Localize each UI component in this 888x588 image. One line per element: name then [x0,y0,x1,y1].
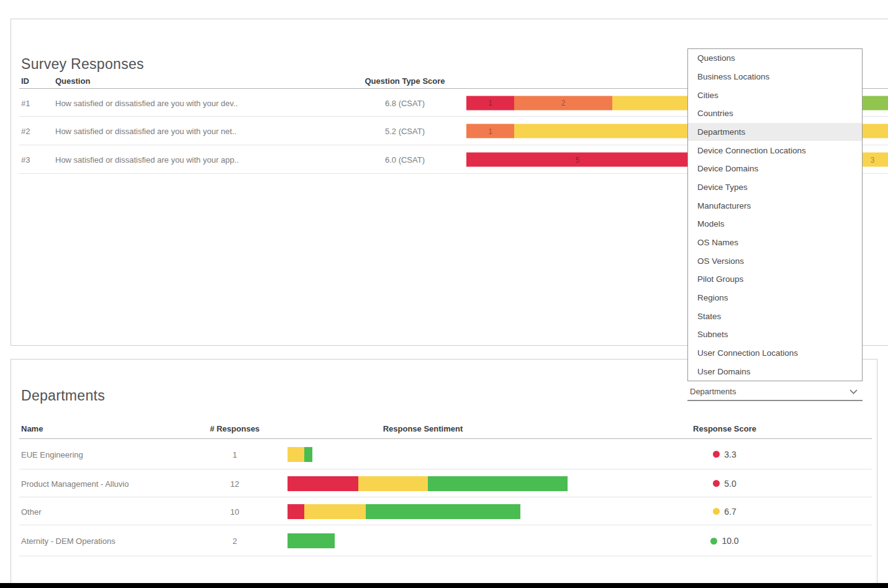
department-row: Other106.7 [11,497,877,525]
dropdown-item-business-locations[interactable]: Business Locations [688,68,862,86]
score-value: 10.0 [722,536,738,546]
dropdown-item-manufacturers[interactable]: Manufacturers [688,196,862,215]
score-dot[interactable] [713,508,720,515]
score-value: 3.3 [724,450,736,459]
sentiment-segment-orange[interactable]: 2 [514,96,612,110]
survey-row-id: #3 [21,155,30,165]
dropdown-item-user-connection-locations[interactable]: User Connection Locations [688,344,862,363]
column-header-responses: # Responses [201,424,269,433]
bar-label: 1 [488,99,492,107]
dropdown-item-user-domains[interactable]: User Domains [688,362,862,381]
bar-label: 1 [488,127,492,135]
column-header-response-sentiment: Response Sentiment [361,424,485,433]
dropdown-item-device-types[interactable]: Device Types [688,178,862,197]
column-header-name: Name [21,424,43,433]
survey-row-score: 6.8 (CSAT) [350,98,460,107]
dropdown-item-subnets[interactable]: Subnets [688,325,862,344]
sentiment-segment-red[interactable]: 5 [466,153,689,167]
sentiment-bar [288,533,335,548]
survey-row-score: 6.0 (CSAT) [350,155,460,165]
sentiment-segment-orange[interactable]: 1 [466,124,514,138]
response-count: 2 [201,536,269,546]
score-dot[interactable] [713,451,720,458]
column-header-response-score: Response Score [663,424,787,433]
row-separator [19,556,872,556]
response-score: 3.3 [663,450,787,459]
departments-panel-title: Departments [21,387,105,404]
sentiment-bar [288,504,520,519]
dropdown-item-cities[interactable]: Cities [688,86,862,104]
score-dot[interactable] [710,538,717,545]
category-dropdown-menu: QuestionsBusiness LocationsCitiesCountri… [687,48,863,381]
department-name: Product Management - Alluvio [21,479,129,488]
department-row: Product Management - Alluvio125.0 [11,469,877,497]
bottom-black-bar [0,583,888,588]
response-count: 12 [201,479,269,488]
column-header-question: Question [55,76,90,86]
chevron-down-icon [849,389,858,394]
response-score: 5.0 [663,479,787,489]
sentiment-segment-green[interactable] [428,476,568,491]
sentiment-segment-red[interactable]: 1 [466,96,514,110]
response-count: 10 [201,507,269,516]
dropdown-item-os-versions[interactable]: OS Versions [688,251,862,270]
sentiment-segment-red[interactable] [288,476,358,491]
sentiment-segment-red[interactable] [288,504,304,519]
category-select[interactable]: Departments [687,383,863,401]
sentiment-segment-green[interactable] [288,533,335,548]
dropdown-item-device-connection-locations[interactable]: Device Connection Locations [688,141,862,160]
response-score: 10.0 [663,536,787,546]
department-row: EUE Engineering13.3 [11,439,877,469]
survey-row-question: How satisfied or dissatisfied are you wi… [55,98,335,107]
survey-row-question: How satisfied or dissatisfied are you wi… [55,127,335,136]
dropdown-item-states[interactable]: States [688,307,862,325]
sentiment-segment-yellow[interactable] [288,447,304,462]
dropdown-item-os-names[interactable]: OS Names [688,233,862,252]
survey-row-question: How satisfied or dissatisfied are you wi… [55,155,335,165]
department-row: Aternity - DEM Operations210.0 [11,525,877,556]
dropdown-item-models[interactable]: Models [688,215,862,233]
column-header-question-type-score: Question Type Score [350,76,460,86]
sentiment-segment-yellow[interactable] [304,504,366,519]
dropdown-item-questions[interactable]: Questions [688,49,862,68]
bar-label: 2 [561,99,566,107]
score-dot[interactable] [713,480,720,487]
survey-row-id: #2 [21,127,30,136]
sentiment-segment-yellow[interactable] [358,476,428,491]
response-score: 6.7 [663,507,787,517]
response-count: 1 [201,450,269,459]
score-value: 6.7 [724,507,736,517]
dropdown-item-departments[interactable]: Departments [688,123,862,142]
bar-label: 3 [871,155,875,164]
survey-row-score: 5.2 (CSAT) [350,127,460,136]
dropdown-item-pilot-groups[interactable]: Pilot Groups [688,270,862,289]
dropdown-item-countries[interactable]: Countries [688,104,862,123]
department-name: Other [21,507,42,516]
category-select-value: Departments [690,387,736,396]
survey-panel-title: Survey Responses [21,56,144,73]
column-header-id: ID [21,76,29,86]
bar-label: 5 [576,155,580,164]
department-name: Aternity - DEM Operations [21,536,116,546]
dashboard: Survey Responses ID Question Question Ty… [0,0,888,588]
dropdown-item-device-domains[interactable]: Device Domains [688,160,862,178]
sentiment-bar [288,447,312,462]
sentiment-segment-green[interactable] [366,504,520,519]
department-name: EUE Engineering [21,450,83,459]
dropdown-item-regions[interactable]: Regions [688,289,862,307]
sentiment-bar [288,476,568,491]
sentiment-segment-green[interactable] [304,447,312,462]
survey-row-id: #1 [21,98,30,107]
score-value: 5.0 [724,479,736,489]
